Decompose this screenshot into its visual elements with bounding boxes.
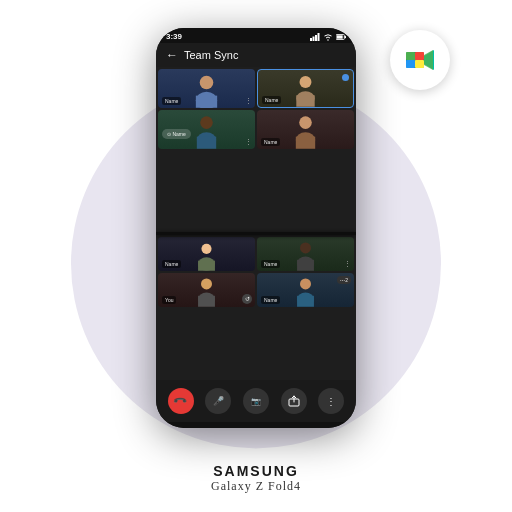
svg-rect-36 [406,52,415,60]
svg-marker-40 [424,50,433,70]
svg-rect-9 [196,96,217,108]
wifi-icon [323,33,333,41]
participant-name-you: You [162,296,176,304]
svg-point-13 [343,75,348,80]
svg-point-7 [200,76,214,90]
svg-rect-28 [198,296,215,307]
back-nav-button[interactable]: ‹ [319,427,322,428]
cell-menu-6[interactable]: ⋮ [344,260,351,268]
svg-point-23 [300,242,311,253]
phone-header: ← Team Sync [156,43,356,67]
svg-rect-22 [198,261,215,271]
participant-name-5: Name [162,260,181,268]
svg-rect-16 [197,136,216,148]
svg-rect-12 [296,95,314,106]
svg-rect-19 [296,136,315,148]
participant-name-1: Name [162,97,181,105]
participant-cell-you[interactable]: You ↺ [158,273,255,307]
signal-icon [310,33,320,41]
video-grid: Name ⋮ Name ⊙ Name [156,67,356,232]
control-bar: 📞 🎤 📷 ⋮ [156,380,356,422]
svg-point-26 [201,278,212,289]
camera-toggle-button[interactable]: 📷 [243,388,269,414]
svg-rect-3 [318,33,320,41]
participant-cell-2[interactable]: Name [257,69,354,108]
share-icon [288,395,300,407]
more-options-button[interactable]: ⋮ [318,388,344,414]
home-button[interactable]: ○ [255,427,261,428]
recent-apps-button[interactable]: ||| [190,427,198,428]
camera-icon: 📷 [251,397,261,406]
svg-point-10 [300,76,312,88]
participant-cell-4[interactable]: Name [257,110,354,149]
svg-rect-0 [310,38,312,41]
participant-name-4: Name [261,138,280,146]
status-icons [310,33,346,41]
active-indicator-2 [342,74,349,81]
svg-rect-38 [406,60,415,68]
notification-badge-8: ⋯2 [337,276,351,284]
video-grid-bottom: Name Name ⋮ You [156,235,356,380]
meet-logo-svg [402,42,438,78]
participant-name-2: Name [262,96,281,104]
samsung-model-name: Galaxy Z Fold4 [211,479,301,494]
participant-video-3 [158,110,255,149]
more-icon: ⋮ [326,396,337,407]
phone-nav: ||| ○ ‹ [156,422,356,428]
phone-device: 3:39 [156,28,356,428]
participant-cell-5[interactable]: Name [158,237,255,271]
participant-cell-8[interactable]: Name ⋯2 [257,273,354,307]
status-bar: 3:39 [156,28,356,43]
participant-cell-6[interactable]: Name ⋮ [257,237,354,271]
samsung-label: SAMSUNG Galaxy Z Fold4 [211,463,301,494]
participant-name-8: Name [261,296,280,304]
svg-rect-25 [297,260,314,271]
call-title: Team Sync [184,49,238,61]
share-screen-button[interactable] [281,388,307,414]
svg-rect-31 [297,296,314,307]
fold-line [156,232,356,235]
svg-point-29 [300,278,311,289]
switch-camera-icon[interactable]: ↺ [242,294,252,304]
mic-icon: 🎤 [213,396,224,406]
svg-rect-5 [337,35,343,38]
svg-point-20 [201,244,211,254]
participant-cell-3[interactable]: ⊙ Name ⋮ [158,110,255,149]
end-call-button[interactable]: 📞 [168,388,194,414]
svg-rect-1 [313,36,315,41]
scene: 3:39 [0,0,512,512]
svg-point-14 [200,116,213,129]
svg-rect-2 [315,35,317,41]
status-time: 3:39 [166,32,182,41]
battery-icon [336,33,346,41]
end-call-icon: 📞 [173,394,188,409]
participant-name-6: Name [261,260,280,268]
samsung-brand-name: SAMSUNG [211,463,301,479]
participant-cell-1[interactable]: Name ⋮ [158,69,255,108]
svg-rect-6 [345,35,346,38]
mute-button[interactable]: 🎤 [205,388,231,414]
svg-rect-37 [415,52,424,60]
back-button[interactable]: ← [166,48,178,62]
cell-menu-1[interactable]: ⋮ [245,97,252,105]
svg-point-17 [299,116,312,129]
cell-menu-3[interactable]: ⋮ [245,138,252,146]
svg-rect-39 [415,60,424,68]
google-meet-icon [390,30,450,90]
